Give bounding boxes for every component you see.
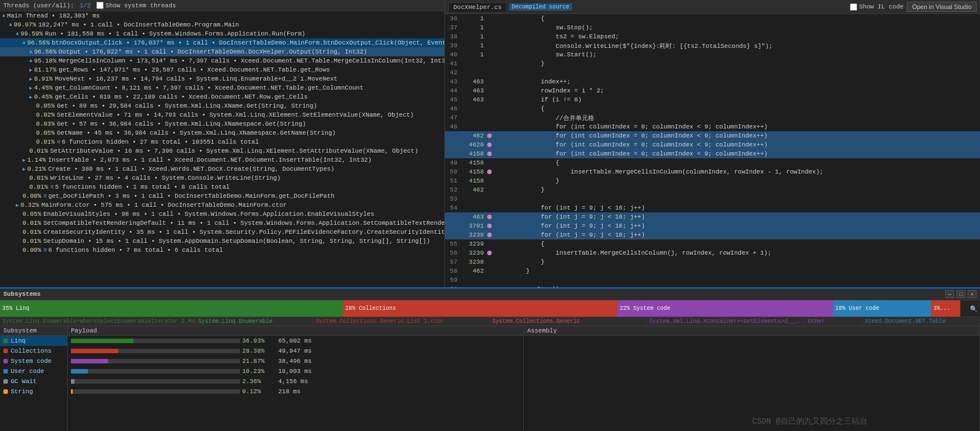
flame-segment[interactable]: 28% Collections	[343, 300, 617, 317]
bottom-table: Subsystem LinqCollectionsSystem codeUser…	[0, 326, 980, 431]
list-item[interactable]: System code	[0, 356, 67, 366]
line-number: 55	[445, 241, 462, 247]
show-system-label[interactable]: Show system threads	[96, 2, 176, 9]
list-item[interactable]: GC Wait	[0, 376, 67, 386]
thread-row[interactable]: 0.05%EnableVisualStyles • 98 ms • 1 call…	[0, 210, 444, 219]
threads-content[interactable]: ▲Main Thread • 182,303* ms▲99.97%182,247…	[0, 11, 444, 287]
line-number: 39	[445, 42, 462, 49]
code-line: 361 {	[445, 14, 980, 23]
thread-row[interactable]: ▶1.14%InsertTable • 2,073 ms • 1 call • …	[0, 155, 444, 165]
flame-segment[interactable]: 22% System code	[617, 300, 833, 317]
hit-count: 1	[462, 51, 487, 58]
flame-label: System.Xml.Linq.XContainer+<GetElements>…	[647, 318, 862, 325]
progress-bar-fill	[71, 369, 88, 374]
hit-count: 3701	[462, 223, 487, 229]
code-text: {	[494, 241, 980, 247]
flame-segment[interactable]: 10% User code	[833, 300, 931, 317]
show-system-checkbox[interactable]	[96, 2, 104, 9]
subsystem-name: Collections	[11, 348, 52, 354]
hit-count: 4620	[462, 141, 487, 148]
code-line: 391 Console.WriteLine($"{index}:耗时: [{ts…	[445, 41, 980, 50]
code-line: 46 {	[445, 104, 980, 113]
thread-row[interactable]: ▶8.91%MoveNext • 16,237 ms • 14,794 call…	[0, 74, 444, 83]
show-il-label[interactable]: Show IL code	[850, 3, 903, 11]
code-tabs: DocXHelper.cs Decompiled source	[448, 2, 572, 12]
thread-row[interactable]: 0.00%≡get_DocFilePath • 3 ms • 1 call • …	[0, 192, 444, 201]
thread-row[interactable]: 0.00%≡6 functions hidden • 7 ms total • …	[0, 246, 444, 255]
thread-row[interactable]: 0.01%≡5 functions hidden • 1 ms total • …	[0, 183, 444, 192]
subsystem-rows[interactable]: LinqCollectionsSystem codeUser codeGC Wa…	[0, 336, 67, 431]
open-vs-button[interactable]: Open in Visual Studio	[907, 2, 977, 12]
code-tab-filename[interactable]: DocXHelper.cs	[448, 2, 507, 12]
thread-row[interactable]: 0.01%CreateSecurityIdentity • 35 ms • 1 …	[0, 228, 444, 237]
code-text: for (int columnIndex = 0; columnIndex < …	[494, 141, 980, 148]
line-number: 53	[445, 195, 462, 202]
hit-count: 1	[462, 42, 487, 49]
thread-row[interactable]: ▶4.45%get_ColumnCount • 8,121 ms • 7,397…	[0, 83, 444, 92]
thread-row[interactable]: 0.01%WriteLine • 27 ms • 4 calls • Syste…	[0, 174, 444, 183]
hit-count: 4158	[462, 177, 487, 184]
thread-row[interactable]: ▲96.56%Output • 176,022* ms • 1 call • D…	[0, 47, 444, 56]
thread-row[interactable]: 0.01%SetAttributeValue • 16 ms • 7,396 c…	[0, 146, 444, 155]
maximize-button[interactable]: □	[956, 290, 965, 298]
subsystem-name: String	[11, 388, 33, 395]
line-number: 40	[445, 51, 462, 58]
thread-row[interactable]: ▲96.56%btnDocxOutput_Click • 176,037* ms…	[0, 38, 444, 47]
search-icon[interactable]: 🔍	[970, 305, 978, 312]
thread-row[interactable]: ▶0.45%get_Cells • 819 ms • 22,189 calls …	[0, 92, 444, 101]
hit-count: 3239	[462, 250, 487, 256]
thread-row[interactable]: ▲Main Thread • 182,303* ms	[0, 11, 444, 20]
thread-row[interactable]: 0.02%SetElementValue • 71 ms • 14,793 ca…	[0, 110, 444, 119]
assembly-header: Assembly	[524, 326, 979, 336]
code-text: rowIndex = i * 2;	[494, 87, 980, 94]
code-text: for (int columnIndex = 0; columnIndex < …	[494, 150, 980, 157]
flame-segment[interactable]: 3%...	[931, 300, 960, 317]
thread-row[interactable]: 0.01%≡6 functions hidden • 27 ms total •…	[0, 137, 444, 146]
subsystem-color-dot	[3, 339, 8, 343]
thread-row[interactable]: 0.01%SetupDomain • 15 ms • 1 call • Syst…	[0, 237, 444, 246]
subsystem-color-dot	[3, 369, 8, 374]
percentage-value: 36.93%	[242, 337, 276, 344]
subsystem-column: Subsystem LinqCollectionsSystem codeUser…	[0, 326, 68, 431]
code-line: 3238 for (int j = 9; j < 16; j++)	[445, 230, 980, 239]
code-content[interactable]: 361 {371 sw.Stop();381 ts2 = sw.Elapsed;…	[445, 14, 980, 287]
thread-row[interactable]: ▲99.59%Run • 181,558 ms • 1 call • Syste…	[0, 29, 444, 38]
thread-row[interactable]: 0.03%Get • 57 ms • 36,984 calls • System…	[0, 119, 444, 128]
hit-indicator	[487, 233, 492, 237]
thread-row[interactable]: 0.05%Get • 89 ms • 29,584 calls • System…	[0, 101, 444, 110]
thread-row[interactable]: 0.05%GetName • 45 ms • 36,984 calls • Sy…	[0, 128, 444, 137]
code-text: for (int j = 9; j < 16; j++)	[494, 205, 980, 211]
line-number: 52	[445, 186, 462, 193]
code-line: 463 for (int j = 9; j < 16; j++)	[445, 212, 980, 221]
minimize-button[interactable]: ─	[945, 290, 954, 298]
close-button[interactable]: ×	[968, 290, 977, 298]
list-item[interactable]: Collections	[0, 346, 67, 356]
list-item[interactable]: String	[0, 386, 67, 397]
thread-row[interactable]: ▶0.21%Create • 380 ms • 1 call • Xceed.W…	[0, 165, 444, 174]
list-item[interactable]: User code	[0, 366, 67, 376]
thread-row[interactable]: ▶0.32%MainForm.ctor • 575 ms • 1 call • …	[0, 201, 444, 210]
flame-label: System.Linq.Enumerable	[196, 318, 314, 325]
time-value: 4,156 ms	[278, 378, 308, 385]
progress-bar-fill	[71, 349, 118, 353]
thread-row[interactable]: 0.01%SetCompatibleTextRenderingDefault •…	[0, 219, 444, 228]
flame-label: Xceed.Document.NET.Table	[862, 318, 980, 325]
list-item[interactable]: Linq	[0, 336, 67, 346]
flame-segment[interactable]: 35% Linq	[0, 300, 343, 317]
show-il-checkbox[interactable]	[850, 3, 857, 11]
subsystem-name: System code	[11, 358, 52, 365]
code-line: 41 }	[445, 59, 980, 68]
progress-bar	[71, 389, 240, 394]
code-text: sw.Stop();	[494, 24, 980, 31]
code-line: 553239 {	[445, 239, 980, 248]
thread-row[interactable]: ▲95.18%MergeCellsInColumn • 173,514* ms …	[0, 56, 444, 65]
progress-bar	[71, 369, 240, 374]
list-item: 28.38%49,947 ms	[68, 346, 523, 356]
percentage-value: 0.12%	[242, 388, 276, 395]
hit-count: 1	[462, 33, 487, 40]
hit-indicator	[487, 134, 492, 138]
thread-row[interactable]: ▲99.97%182,247* ms • 1 call • DocInsertT…	[0, 20, 444, 29]
hit-indicator	[487, 143, 492, 147]
subsystem-color-dot	[3, 349, 8, 353]
thread-row[interactable]: ▶81.17%get_Rows • 147,971* ms • 29,587 c…	[0, 65, 444, 74]
